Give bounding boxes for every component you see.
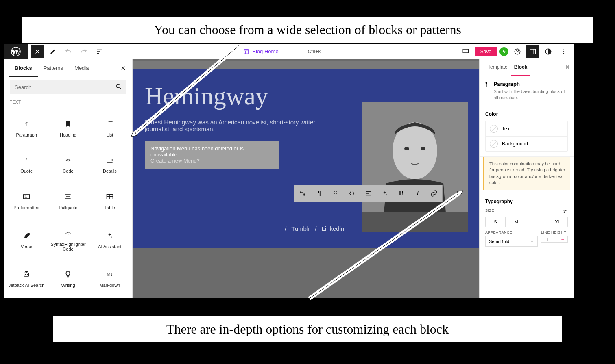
paragraph-icon: ¶: [485, 81, 489, 88]
glyph-icon: <>: [63, 229, 72, 238]
view-button[interactable]: [459, 45, 472, 58]
contrast-icon: [545, 48, 552, 55]
settings-button[interactable]: [526, 45, 539, 58]
size-button-s[interactable]: S: [486, 217, 506, 227]
topbar: Blog Home Ctrl+K Save: [28, 44, 574, 59]
line-height-input[interactable]: [543, 237, 553, 242]
block-item-label: Paragraph: [16, 132, 37, 137]
svg-point-34: [565, 115, 565, 116]
more-button[interactable]: [557, 45, 570, 58]
redo-icon: [80, 48, 87, 55]
robot-icon: [22, 270, 31, 279]
jetpack-icon[interactable]: [499, 47, 508, 56]
save-button[interactable]: Save: [475, 47, 497, 56]
bulb-icon: [63, 270, 72, 279]
block-item-jetpack-ai-search[interactable]: Jetpack AI Search: [7, 260, 46, 295]
block-item-label: AI Assistant: [98, 244, 121, 249]
edit-button[interactable]: [46, 45, 59, 58]
svg-point-32: [565, 112, 565, 113]
wordpress-logo[interactable]: [4, 44, 28, 59]
size-button-xl[interactable]: XL: [548, 217, 567, 227]
block-item-label: Verse: [21, 244, 32, 249]
block-item-code[interactable]: <>Code: [48, 147, 88, 182]
breadcrumb[interactable]: Blog Home: [243, 48, 278, 54]
annotation-top: You can choose from a wide selection of …: [21, 16, 594, 43]
color-text-label: Text: [502, 126, 511, 132]
details-icon: [105, 156, 114, 165]
block-item-label: Code: [63, 169, 73, 173]
block-item-label: Markdown: [99, 283, 120, 288]
glyph-icon: ”: [22, 156, 31, 165]
block-item-verse[interactable]: Verse: [7, 219, 46, 259]
more-vertical-icon[interactable]: [562, 111, 568, 117]
block-item-syntaxhighlighter-code[interactable]: <>SyntaxHighlighter Code: [48, 219, 88, 259]
block-item-quote[interactable]: ”Quote: [7, 147, 46, 182]
svg-point-12: [563, 49, 564, 50]
create-menu-link[interactable]: Create a new Menu?: [150, 158, 200, 164]
arrow-bottom: [301, 185, 472, 303]
annotation-bottom: There are in-depth options for customizi…: [53, 316, 562, 343]
search-input[interactable]: [10, 80, 126, 94]
svg-point-14: [563, 53, 564, 54]
svg-point-36: [565, 201, 565, 202]
tab-block[interactable]: Block: [511, 59, 531, 76]
block-item-ai-assistant[interactable]: AI Assistant: [90, 219, 130, 259]
arrow-top: [118, 45, 248, 144]
block-item-pullquote[interactable]: Pullquote: [48, 183, 88, 218]
section-color-label: Color: [485, 111, 498, 117]
color-swatch-icon: [490, 140, 498, 148]
keyboard-shortcut: Ctrl+K: [308, 49, 322, 54]
pencil-icon: [49, 48, 57, 55]
block-item-label: List: [106, 132, 113, 137]
line-height-stepper[interactable]: + −: [541, 236, 568, 243]
nav-warn-text: Navigation Menu has been deleted or is u…: [150, 145, 244, 158]
appearance-value: Semi Bold: [489, 239, 509, 244]
help-icon: [514, 48, 521, 55]
undo-button[interactable]: [62, 45, 75, 58]
appearance-select[interactable]: Semi Bold: [485, 236, 538, 247]
color-text-button[interactable]: Text: [486, 121, 567, 136]
line-height-decrease[interactable]: −: [559, 236, 566, 242]
size-button-m[interactable]: M: [506, 217, 526, 227]
tab-media[interactable]: Media: [69, 60, 94, 77]
block-item-table[interactable]: Table: [90, 183, 130, 218]
svg-point-39: [564, 212, 565, 213]
block-item-heading[interactable]: Heading: [48, 110, 88, 145]
help-button[interactable]: [511, 45, 524, 58]
svg-point-20: [27, 274, 28, 275]
size-label: SIZE: [485, 208, 494, 212]
tab-template[interactable]: Template: [484, 59, 511, 76]
tab-patterns[interactable]: Patterns: [38, 60, 69, 77]
size-button-l[interactable]: L: [527, 217, 547, 227]
redo-button[interactable]: [77, 45, 90, 58]
svg-point-35: [565, 200, 565, 201]
chevron-down-icon: [530, 239, 534, 243]
sparkle-icon: [105, 231, 114, 240]
block-item-label: Heading: [60, 132, 76, 137]
close-settings-button[interactable]: [565, 64, 570, 71]
styles-button[interactable]: [542, 45, 555, 58]
appearance-label: APPEARANCE: [485, 230, 538, 234]
line-height-increase[interactable]: +: [553, 236, 559, 242]
block-item-details[interactable]: Details: [90, 147, 130, 182]
block-item-writing[interactable]: Writing: [48, 260, 88, 295]
block-item-preformatted[interactable]: Preformatted: [7, 183, 46, 218]
more-vertical-icon[interactable]: [562, 199, 568, 204]
nav-warning: Navigation Menu has been deleted or is u…: [145, 141, 279, 169]
color-background-button[interactable]: Background: [486, 136, 567, 151]
sliders-icon[interactable]: [562, 208, 568, 214]
block-item-paragraph[interactable]: ¶Paragraph: [7, 110, 46, 145]
block-item-label: Table: [105, 205, 115, 210]
sidebar-icon: [529, 48, 536, 55]
list-view-button[interactable]: [93, 45, 106, 58]
list-view-icon: [96, 48, 103, 55]
list-icon: [105, 119, 114, 128]
close-editor-button[interactable]: [31, 45, 44, 58]
breadcrumb-label: Blog Home: [252, 48, 278, 54]
block-item-label: SyntaxHighlighter Code: [50, 242, 86, 251]
color-swatch-icon: [490, 125, 498, 133]
tab-blocks[interactable]: Blocks: [9, 60, 38, 77]
block-item-markdown[interactable]: M↓Markdown: [90, 260, 130, 295]
glyph-icon: <>: [63, 156, 72, 165]
more-vertical-icon: [560, 48, 567, 55]
